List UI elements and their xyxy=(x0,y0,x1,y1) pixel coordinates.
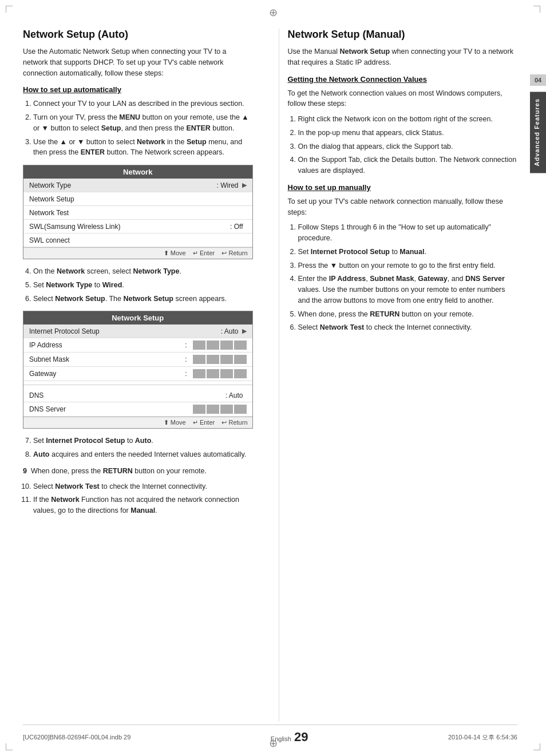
ip-blocks-5 xyxy=(193,405,247,414)
right-title: Network Setup (Manual) xyxy=(288,29,518,41)
ip-block-3b xyxy=(207,369,219,378)
ip-block-1d xyxy=(234,341,247,350)
setup-row-colon-3: : xyxy=(185,370,187,378)
network-row-value-3: : Off xyxy=(230,223,243,231)
content-area: Network Setup (Auto) Use the Automatic N… xyxy=(23,29,517,722)
corner-tl xyxy=(6,6,13,13)
setup-row-label-1: IP Address xyxy=(29,341,185,349)
ip-block-5c xyxy=(220,405,233,414)
network-menu-footer: ⬆ Move ↵ Enter ↩ Return xyxy=(23,247,252,259)
manual-step-2: Set Internet Protocol Setup to Manual. xyxy=(298,247,518,258)
getting-values-intro: To get the Network connection values on … xyxy=(288,88,518,110)
auto-step-3: Use the ▲ or ▼ button to select Network … xyxy=(33,137,253,159)
how-to-auto-heading: How to set up automatically xyxy=(23,85,253,94)
auto-step-9: 9 When done, press the RETURN button on … xyxy=(23,466,253,477)
corner-bl xyxy=(6,743,13,750)
how-to-manual-heading: How to set up manually xyxy=(288,183,518,192)
auto-step-11: If the Network Function has not acquired… xyxy=(33,494,253,516)
ip-block-5d xyxy=(234,405,247,414)
auto-step-1: Connect your TV to your LAN as described… xyxy=(33,98,253,109)
setup-row-label-5: DNS Server xyxy=(29,405,193,413)
left-title: Network Setup (Auto) xyxy=(23,29,253,41)
ip-block-2a xyxy=(193,355,205,364)
setup-row-label-0: Internet Protocol Setup xyxy=(29,327,221,335)
auto-step-10: Select Network Test to check the Interne… xyxy=(33,481,253,492)
left-column: Network Setup (Auto) Use the Automatic N… xyxy=(23,29,262,722)
ip-block-3a xyxy=(193,369,205,378)
getting-step-1: Right click the Network icon on the bott… xyxy=(298,114,518,125)
page-number-area: English 29 xyxy=(271,730,308,745)
setup-menu-row-0: Internet Protocol Setup : Auto ▶ xyxy=(23,324,252,338)
footer-page-number: 29 xyxy=(294,730,308,745)
network-menu-box: Network Network Type : Wired ▶ Network S… xyxy=(23,165,253,259)
getting-step-4: On the Support Tab, click the Details bu… xyxy=(298,155,518,176)
ip-block-5a xyxy=(193,405,205,414)
network-row-label-1: Network Setup xyxy=(29,195,247,203)
ip-blocks-2 xyxy=(193,355,247,364)
network-row-label-0: Network Type xyxy=(29,181,216,189)
manual-steps-list: Follow Steps 1 through 6 in the "How to … xyxy=(288,222,518,333)
network-menu-title: Network xyxy=(23,165,252,179)
network-menu-row-4: SWL connect xyxy=(23,233,252,247)
manual-step-4: Enter the IP Address, Subnet Mask, Gatew… xyxy=(298,274,518,306)
network-menu-row-0: Network Type : Wired ▶ xyxy=(23,179,252,192)
ip-block-1c xyxy=(220,341,233,350)
getting-step-2: In the pop-up menu that appears, click S… xyxy=(298,128,518,138)
ip-blocks-1 xyxy=(193,341,247,350)
ip-block-2b xyxy=(207,355,219,364)
setup-row-label-4: DNS xyxy=(29,391,225,399)
left-intro: Use the Automatic Network Setup when con… xyxy=(23,46,253,78)
auto-step-7: Set Internet Protocol Setup to Auto. xyxy=(33,436,253,446)
how-to-manual-intro: To set up your TV's cable network connec… xyxy=(288,196,518,218)
setup-row-value-4: : Auto xyxy=(225,391,243,399)
setup-row-label-3: Gateway xyxy=(29,370,185,378)
network-row-label-2: Network Test xyxy=(29,209,247,217)
network-setup-menu-footer: ⬆ Move ↵ Enter ↩ Return xyxy=(23,417,252,428)
getting-steps-list: Right click the Network icon on the bott… xyxy=(288,114,518,176)
network-row-label-4: SWL connect xyxy=(29,236,247,244)
sidebar-chapter-number: 04 xyxy=(530,74,546,86)
right-intro: Use the Manual Network Setup when connec… xyxy=(288,46,518,68)
setup-menu-row-1: IP Address : xyxy=(23,338,252,353)
auto-steps-4-6: On the Network screen, select Network Ty… xyxy=(23,266,253,304)
getting-values-heading: Getting the Network Connection Values xyxy=(288,75,518,84)
auto-step-4: On the Network screen, select Network Ty… xyxy=(33,266,253,277)
footer-date-info: 2010-04-14 오후 6:54:36 xyxy=(448,733,517,742)
setup-menu-row-4: DNS : Auto xyxy=(23,389,252,402)
network-menu-row-3: SWL(Samsung Wireless Link) : Off xyxy=(23,220,252,233)
setup-row-label-2: Subnet Mask xyxy=(29,355,185,363)
setup-menu-row-5: DNS Server xyxy=(23,402,252,417)
network-row-value-0: : Wired xyxy=(216,181,238,189)
setup-menu-row-2: Subnet Mask : xyxy=(23,353,252,367)
setup-row-value-0: : Auto xyxy=(221,327,239,335)
ip-block-2c xyxy=(220,355,233,364)
ip-block-1b xyxy=(207,341,219,350)
auto-step-2: Turn on your TV, press the MENU button o… xyxy=(33,112,253,134)
setup-row-colon-2: : xyxy=(185,355,187,363)
ip-block-1a xyxy=(193,341,205,350)
network-setup-menu-title: Network Setup xyxy=(23,311,252,324)
network-row-arrow-0: ▶ xyxy=(242,181,247,189)
auto-step-6: Select Network Setup. The Network Setup … xyxy=(33,294,253,304)
manual-step-6: Select Network Test to check the Interne… xyxy=(298,322,518,333)
auto-steps-7-11: Set Internet Protocol Setup to Auto. Aut… xyxy=(23,436,253,460)
corner-br xyxy=(533,743,540,750)
footer-page-label: English xyxy=(271,735,291,742)
auto-steps-10-11: Select Network Test to check the Interne… xyxy=(23,481,253,516)
page-footer: [UC6200]BN68-02694F-00L04.indb 29 Englis… xyxy=(23,725,517,745)
ip-block-5b xyxy=(207,405,219,414)
auto-step-5: Set Network Type to Wired. xyxy=(33,280,253,291)
network-menu-row-2: Network Test xyxy=(23,206,252,220)
setup-row-arrow-0: ▶ xyxy=(242,327,247,335)
manual-step-1: Follow Steps 1 through 6 in the "How to … xyxy=(298,222,518,244)
manual-step-5: When done, press the RETURN button on yo… xyxy=(298,309,518,320)
ip-block-3d xyxy=(234,369,247,378)
sidebar-chapter-label: Advanced Features xyxy=(530,92,546,173)
getting-step-3: On the dialog that appears, click the Su… xyxy=(298,141,518,152)
ip-block-2d xyxy=(234,355,247,364)
auto-steps-list: Connect your TV to your LAN as described… xyxy=(23,98,253,158)
auto-step-8: Auto acquires and enters the needed Inte… xyxy=(33,449,253,460)
right-column: Network Setup (Manual) Use the Manual Ne… xyxy=(279,29,518,722)
footer-file-info: [UC6200]BN68-02694F-00L04.indb 29 xyxy=(23,734,130,741)
setup-row-colon-1: : xyxy=(185,341,187,349)
